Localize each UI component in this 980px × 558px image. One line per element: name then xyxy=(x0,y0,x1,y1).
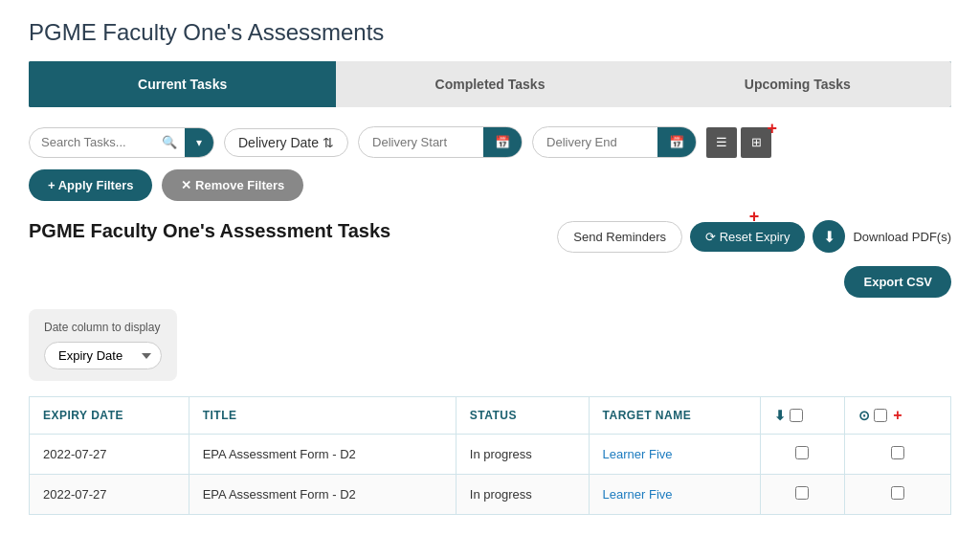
search-icon-btn[interactable]: 🔍 xyxy=(154,135,185,149)
learner-link[interactable]: Learner Five xyxy=(603,487,673,502)
th-title: TITLE xyxy=(189,397,456,435)
cell-status: In progress xyxy=(456,435,589,475)
table-row: 2022-07-27 EPA Assessment Form - D2 In p… xyxy=(30,475,951,515)
row-download-checkbox[interactable] xyxy=(795,486,809,500)
plus-badge-icon: + xyxy=(768,120,778,137)
date-col-selector: Date column to display Expiry Date Deliv… xyxy=(29,309,177,381)
page-title: PGME Faculty One's Assessments xyxy=(29,19,951,46)
th-status: STATUS xyxy=(456,397,589,435)
tasks-table: EXPIRY DATE TITLE STATUS TARGET NAME ⬇ xyxy=(29,396,951,515)
download-all-checkbox[interactable] xyxy=(790,409,803,422)
export-csv-btn[interactable]: Export CSV xyxy=(844,266,951,298)
delivery-start-calendar-btn[interactable]: 📅 xyxy=(483,127,522,157)
tab-upcoming-tasks[interactable]: Upcoming Tasks xyxy=(644,61,951,107)
delivery-date-filter[interactable]: Delivery Date ⇅ xyxy=(224,128,348,157)
cell-action-check xyxy=(844,435,950,475)
delivery-end-input[interactable] xyxy=(533,128,657,156)
export-csv-row: Export CSV xyxy=(844,266,951,298)
download-pdf-btn[interactable]: ⬇ xyxy=(813,220,845,253)
cell-status: In progress xyxy=(456,475,589,515)
delivery-end-group: 📅 xyxy=(532,126,697,158)
search-input[interactable] xyxy=(30,128,154,156)
view-toggle-group: ☰ ⊞ + xyxy=(706,127,771,158)
cell-expiry-date: 2022-07-27 xyxy=(30,475,189,515)
delivery-start-group: 📅 xyxy=(358,126,523,158)
delivery-start-input[interactable] xyxy=(359,128,483,156)
date-col-label: Date column to display xyxy=(44,321,162,334)
delivery-end-calendar-btn[interactable]: 📅 xyxy=(657,127,696,157)
remove-filters-btn[interactable]: ✕ Remove Filters xyxy=(162,169,303,201)
row-download-checkbox[interactable] xyxy=(795,446,809,459)
date-col-select[interactable]: Expiry Date Delivery Date Start Date xyxy=(44,342,162,369)
cell-download-check xyxy=(760,475,844,515)
delivery-date-chevron: ⇅ xyxy=(323,135,334,150)
send-reminders-btn[interactable]: Send Reminders xyxy=(557,221,682,253)
th-plus-icon: + xyxy=(893,407,902,424)
section-title: PGME Faculty One's Assessment Tasks xyxy=(29,220,390,242)
search-dropdown-btn[interactable]: ▾ xyxy=(185,128,213,157)
cell-action-check xyxy=(844,475,950,515)
th-download: ⬇ xyxy=(760,397,844,435)
row-action-checkbox[interactable] xyxy=(891,446,904,459)
tab-completed-tasks[interactable]: Completed Tasks xyxy=(336,61,643,107)
learner-link[interactable]: Learner Five xyxy=(603,447,673,461)
red-plus-above-icon: + xyxy=(749,207,760,227)
cell-target-name: Learner Five xyxy=(589,475,760,515)
action-col-icon: ⊙ xyxy=(858,408,871,423)
download-pdf-label: Download PDF(s) xyxy=(853,230,951,244)
search-group: 🔍 ▾ xyxy=(29,127,214,158)
section-actions-top: + Send Reminders ⟳ Reset Expiry ⬇ Downlo… xyxy=(557,220,951,253)
cell-target-name: Learner Five xyxy=(589,435,760,475)
tabs-bar: Current Tasks Completed Tasks Upcoming T… xyxy=(29,61,951,107)
section-header: PGME Faculty One's Assessment Tasks + Se… xyxy=(29,220,951,298)
action-all-checkbox[interactable] xyxy=(874,409,887,422)
list-view-btn[interactable]: ☰ xyxy=(706,127,737,158)
row-action-checkbox[interactable] xyxy=(891,486,904,500)
th-target-name: TARGET NAME xyxy=(589,397,760,435)
cell-download-check xyxy=(760,435,844,475)
download-col-icon: ⬇ xyxy=(774,408,787,423)
cell-title: EPA Assessment Form - D2 xyxy=(189,475,456,515)
th-action: ⊙ + xyxy=(844,397,950,435)
cell-expiry-date: 2022-07-27 xyxy=(30,435,189,475)
table-row: 2022-07-27 EPA Assessment Form - D2 In p… xyxy=(30,435,951,475)
reset-expiry-btn[interactable]: ⟳ Reset Expiry xyxy=(690,222,805,252)
cell-title: EPA Assessment Form - D2 xyxy=(189,435,456,475)
th-expiry-date: EXPIRY DATE xyxy=(30,397,189,435)
tab-current-tasks[interactable]: Current Tasks xyxy=(29,61,336,107)
apply-filters-btn[interactable]: + Apply Filters xyxy=(29,169,152,201)
filter-action-row: + Apply Filters ✕ Remove Filters xyxy=(29,169,951,201)
filters-row: 🔍 ▾ Delivery Date ⇅ 📅 📅 ☰ ⊞ + xyxy=(29,126,951,158)
delivery-date-label: Delivery Date xyxy=(238,135,319,150)
section-actions: + Send Reminders ⟳ Reset Expiry ⬇ Downlo… xyxy=(557,220,951,298)
